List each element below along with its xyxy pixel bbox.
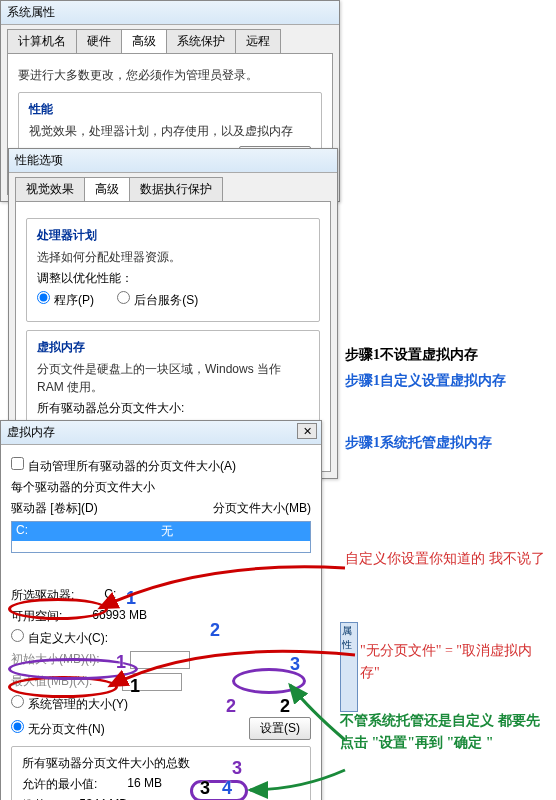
perfopt-title: 性能选项: [15, 153, 63, 167]
proc-title: 处理器计划: [37, 227, 309, 244]
sysprop-tabs: 计算机名 硬件 高级 系统保护 远程: [1, 25, 339, 53]
vm-desc: 分页文件是硬盘上的一块区域，Windows 当作 RAM 使用。: [37, 360, 309, 396]
tab-computer-name[interactable]: 计算机名: [7, 29, 77, 53]
sel-drive-val: C:: [104, 587, 184, 604]
tab-system-protect[interactable]: 系统保护: [166, 29, 236, 53]
num-black-2: 2: [280, 696, 290, 717]
radio-no-page[interactable]: 无分页文件(N): [11, 720, 105, 738]
auto-manage-checkbox[interactable]: 自动管理所有驱动器的分页文件大小(A): [11, 459, 236, 473]
num-purple-3: 3: [232, 758, 242, 779]
set-button[interactable]: 设置(S): [249, 717, 311, 740]
init-size-input[interactable]: [130, 651, 190, 669]
adjust-label: 调整以优化性能：: [37, 270, 309, 287]
totals-group: 所有驱动器分页文件大小的总数 允许的最小值:16 MB 推荐:5344 MB 当…: [11, 746, 311, 800]
num-purple-1: 1: [116, 652, 126, 673]
processor-group: 处理器计划 选择如何分配处理器资源。 调整以优化性能： 程序(P) 后台服务(S…: [26, 218, 320, 322]
tab-perf-advanced[interactable]: 高级: [84, 177, 130, 201]
radio-bg[interactable]: 后台服务(S): [117, 293, 198, 307]
totals-title: 所有驱动器分页文件大小的总数: [22, 755, 300, 772]
side-card-title: 属性: [341, 623, 357, 653]
tab-hardware[interactable]: 硬件: [76, 29, 122, 53]
num-black-1: 1: [130, 676, 140, 697]
radio-nopage-input[interactable]: [11, 720, 24, 733]
perf-desc: 视觉效果，处理器计划，内存使用，以及虚拟内存: [29, 122, 311, 140]
col-size: 分页文件大小(MB): [213, 500, 311, 517]
sysprop-title: 系统属性: [7, 5, 55, 19]
min-label: 允许的最小值:: [22, 776, 97, 793]
radio-program-input[interactable]: [37, 291, 50, 304]
radio-sys-input[interactable]: [11, 695, 24, 708]
proc-desc: 选择如何分配处理器资源。: [37, 248, 309, 266]
auto-manage-input[interactable]: [11, 457, 24, 470]
col-drive: 驱动器 [卷标](D): [11, 500, 98, 517]
admin-note: 要进行大多数更改，您必须作为管理员登录。: [18, 66, 322, 84]
sel-drive-label: 所选驱动器:: [11, 587, 74, 604]
perfopt-titlebar: 性能选项: [9, 149, 337, 173]
free-label: 可用空间:: [11, 608, 62, 625]
drive-name: C:: [16, 523, 28, 540]
radio-bg-label: 后台服务(S): [134, 293, 198, 307]
radio-custom-label: 自定义大小(C):: [28, 631, 108, 645]
free-val: 66993 MB: [92, 608, 172, 625]
side-card: 属性: [340, 622, 358, 712]
anno-custom-note: 自定义你设置你知道的 我不说了: [345, 548, 545, 570]
anno-step1-sys: 步骤1系统托管虚拟内存: [345, 432, 545, 454]
auto-manage-label: 自动管理所有驱动器的分页文件大小(A): [28, 459, 236, 473]
num-blue-2a: 2: [210, 620, 220, 641]
num-black-3: 3: [200, 778, 210, 799]
min-val: 16 MB: [127, 776, 207, 793]
radio-bg-input[interactable]: [117, 291, 130, 304]
max-size-label: 最大值(MB)(X):: [11, 673, 92, 691]
perfopt-tabs: 视觉效果 高级 数据执行保护: [9, 173, 337, 201]
vm-total: 所有驱动器总分页文件大小:: [37, 400, 309, 417]
anno-must-set: 不管系统托管还是自定义 都要先 点击 "设置"再到 "确定 ": [340, 710, 550, 755]
vm-title: 虚拟内存: [37, 339, 309, 356]
sysprop-titlebar: 系统属性: [1, 1, 339, 25]
num-blue-1a: 1: [126, 588, 136, 609]
each-drive-label: 每个驱动器的分页文件大小: [11, 479, 311, 496]
tab-remote[interactable]: 远程: [235, 29, 281, 53]
drive-listbox[interactable]: C: 无: [11, 521, 311, 553]
vm-dialog-title: 虚拟内存: [7, 425, 55, 439]
anno-nopage-eq: "无分页文件" = "取消虚拟内存": [360, 640, 550, 685]
radio-program-label: 程序(P): [54, 293, 94, 307]
vm-panel: 自动管理所有驱动器的分页文件大小(A) 每个驱动器的分页文件大小 驱动器 [卷标…: [1, 445, 321, 800]
virtual-memory-dialog: 虚拟内存 ✕ 自动管理所有驱动器的分页文件大小(A) 每个驱动器的分页文件大小 …: [0, 420, 322, 800]
num-purple-2: 2: [226, 696, 236, 717]
vm-titlebar: 虚拟内存 ✕: [1, 421, 321, 445]
radio-program[interactable]: 程序(P): [37, 293, 94, 307]
radio-sys-label: 系统管理的大小(Y): [28, 697, 128, 711]
drive-row[interactable]: C: 无: [12, 522, 310, 541]
radio-custom[interactable]: 自定义大小(C):: [11, 631, 108, 645]
init-size-label: 初始大小(MB)(I):: [11, 651, 100, 669]
num-blue-3a: 3: [290, 654, 300, 675]
close-icon[interactable]: ✕: [297, 423, 317, 439]
radio-nopage-label: 无分页文件(N): [28, 722, 105, 736]
drive-size: 无: [161, 523, 173, 540]
tab-visual-effects[interactable]: 视觉效果: [15, 177, 85, 201]
anno-step1-custom: 步骤1自定义设置虚拟内存: [345, 370, 545, 392]
tab-dep[interactable]: 数据执行保护: [129, 177, 223, 201]
tab-advanced[interactable]: 高级: [121, 29, 167, 53]
radio-sys-managed[interactable]: 系统管理的大小(Y): [11, 697, 128, 711]
perf-title: 性能: [29, 101, 311, 118]
radio-custom-input[interactable]: [11, 629, 24, 642]
anno-step1-none: 步骤1不设置虚拟内存: [345, 344, 545, 366]
num-blue-4a: 4: [222, 778, 232, 799]
